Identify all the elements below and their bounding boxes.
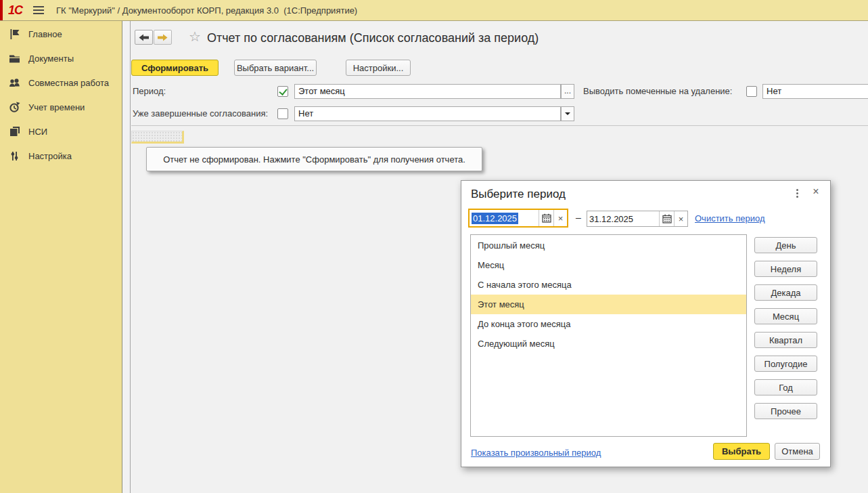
range-dash: – (573, 212, 584, 223)
period-button-quarter[interactable]: Квартал (754, 332, 817, 348)
custom-period-link[interactable]: Показать произвольный период (471, 448, 601, 458)
settings-button[interactable]: Настройки... (346, 60, 411, 76)
period-button-halfyear[interactable]: Полугодие (754, 356, 817, 372)
more-menu-icon[interactable] (792, 187, 802, 199)
list-item[interactable]: Следующий месяц (471, 334, 746, 353)
finished-label: Уже завершенные согласования: (133, 106, 268, 121)
list-item[interactable]: Прошлый месяц (471, 236, 746, 255)
sidebar-item-time-tracking[interactable]: Учет времени (0, 95, 122, 119)
clear-date-to-icon[interactable]: × (674, 211, 687, 226)
window-titlebar: 1С ГК "Меркурий" / Документооборот КОРП,… (0, 0, 868, 21)
choose-variant-button[interactable]: Выбрать вариант... (234, 60, 317, 76)
period-button-week[interactable]: Неделя (754, 261, 817, 277)
1c-logo: 1С (8, 3, 22, 18)
generate-button[interactable]: Сформировать (131, 60, 219, 76)
list-item[interactable]: Месяц (471, 255, 746, 275)
period-more-button[interactable]: ... (561, 84, 574, 99)
calendar-icon[interactable] (539, 210, 553, 226)
left-accent-strip (0, 0, 3, 20)
finished-checkbox[interactable] (277, 108, 288, 119)
window-title: ГК "Меркурий" / Документооборот КОРП, ре… (56, 5, 357, 16)
flag-icon (9, 28, 20, 40)
period-presets-list: Прошлый месяц Месяц С начала этого месяц… (470, 234, 747, 437)
date-to-group: 31.12.2025 × (587, 211, 688, 227)
clear-date-from-icon[interactable]: × (553, 210, 567, 226)
clear-period-link[interactable]: Очистить период (695, 213, 765, 223)
sidebar-item-documents[interactable]: Документы (0, 46, 122, 70)
period-dialog: Выберите период × 01.12.2025 × – 31.12.2… (461, 180, 831, 467)
folder-icon (9, 53, 20, 64)
list-item[interactable]: До конца этого месяца (471, 314, 746, 334)
back-button[interactable] (135, 30, 153, 45)
period-button-year[interactable]: Год (754, 379, 817, 395)
close-icon[interactable]: × (810, 184, 822, 199)
sidebar-item-nsi[interactable]: НСИ (0, 119, 122, 144)
finished-dropdown-button[interactable] (561, 106, 574, 121)
period-button-decade[interactable]: Декада (754, 284, 817, 301)
period-button-month[interactable]: Месяц (754, 308, 817, 324)
date-from-group: 01.12.2025 × (468, 209, 568, 228)
sidebar-item-main[interactable]: Главное (0, 22, 122, 46)
users-icon (9, 77, 20, 89)
date-from-input[interactable]: 01.12.2025 (470, 210, 539, 226)
select-button[interactable]: Выбрать (713, 443, 770, 460)
cancel-button[interactable]: Отмена (775, 443, 820, 460)
page-title: Отчет по согласованиям (Список согласова… (207, 31, 539, 45)
favorite-star-icon[interactable]: ☆ (189, 28, 201, 45)
dialog-title: Выберите период (471, 188, 566, 201)
deleted-checkbox[interactable] (746, 86, 757, 97)
chevron-down-icon (565, 112, 570, 115)
period-button-day[interactable]: День (754, 237, 817, 253)
clock-icon (9, 102, 20, 113)
forward-button[interactable] (154, 30, 172, 45)
sidebar-splitter[interactable] (122, 21, 131, 493)
list-item-selected[interactable]: Этот месяц (471, 295, 746, 314)
period-field[interactable]: Этот месяц (294, 84, 561, 99)
deleted-label: Выводить помеченные на удаление: (583, 84, 732, 99)
divider (131, 125, 868, 126)
sidebar: Главное Документы Совместная работа Учет… (0, 21, 122, 493)
book-icon (9, 126, 20, 137)
finished-field[interactable]: Нет (294, 106, 561, 121)
list-item[interactable]: С начала этого месяца (471, 275, 746, 295)
period-checkbox[interactable] (277, 86, 288, 97)
sliders-icon (9, 150, 20, 162)
sidebar-item-settings[interactable]: Настройка (0, 144, 122, 168)
calendar-icon[interactable] (659, 211, 674, 226)
period-button-other[interactable]: Прочее (754, 403, 817, 419)
deleted-field[interactable]: Нет (762, 84, 868, 99)
date-to-input[interactable]: 31.12.2025 (587, 211, 659, 226)
report-corner-cell (131, 131, 184, 144)
report-hint-tooltip: Отчет не сформирован. Нажмите "Сформиров… (146, 147, 482, 171)
sidebar-item-collaboration[interactable]: Совместная работа (0, 70, 122, 95)
report-form: ☆ Отчет по согласованиям (Список согласо… (131, 21, 868, 493)
period-label: Период: (133, 84, 166, 99)
hamburger-menu-icon[interactable] (33, 6, 44, 14)
